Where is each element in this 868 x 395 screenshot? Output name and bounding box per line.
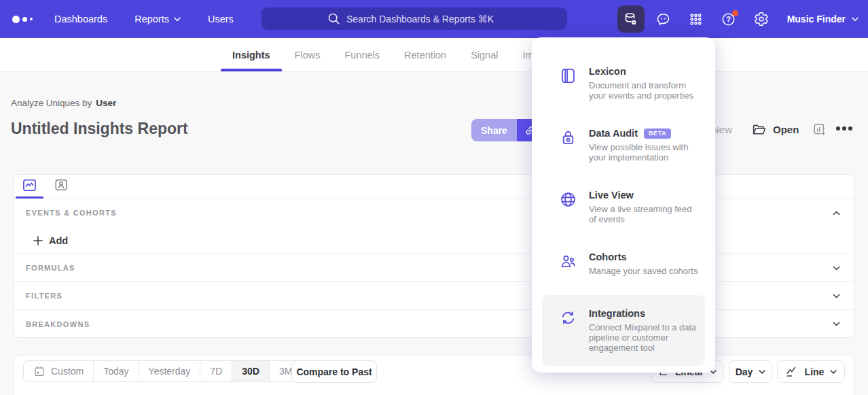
range-yesterday[interactable]: Yesterday xyxy=(139,361,200,381)
add-to-board-button[interactable] xyxy=(812,122,827,137)
chevron-up-icon[interactable] xyxy=(833,211,840,216)
section-breakdowns[interactable]: BREAKDOWNS xyxy=(14,309,854,338)
section-label: BREAKDOWNS xyxy=(26,320,90,328)
menu-item-integrations[interactable]: Integrations Connect Mixpanel to a data … xyxy=(542,295,705,366)
topbar-actions: ? Music Finder xyxy=(617,0,858,38)
help-button[interactable]: ? xyxy=(715,5,742,33)
tab-retention[interactable]: Retention xyxy=(393,38,458,71)
report-tabs: Insights Flows Funnels Retention Signal … xyxy=(221,38,547,71)
range-today[interactable]: Today xyxy=(93,361,138,381)
nav-users-label: Users xyxy=(208,14,234,24)
section-formulas[interactable]: FORMULAS xyxy=(14,254,854,281)
open-button[interactable]: Open xyxy=(751,122,799,137)
tab-flows[interactable]: Flows xyxy=(283,38,332,71)
range-label: Custom xyxy=(51,366,84,377)
add-label: Add xyxy=(49,235,68,246)
top-nav-bar: Dashboards Reports Users ? xyxy=(0,0,868,38)
range-custom[interactable]: Custom xyxy=(24,361,93,381)
compare-to-past-button[interactable]: Compare to Past xyxy=(291,360,377,383)
menu-item-lexicon[interactable]: Lexicon Document and transform your even… xyxy=(542,58,705,109)
section-label: EVENTS & COHORTS xyxy=(26,209,117,217)
chevron-down-icon xyxy=(759,370,765,374)
search-input[interactable] xyxy=(346,14,501,24)
menu-item-title: Cohorts xyxy=(589,252,698,262)
menu-item-cohorts[interactable]: Cohorts Manage your saved cohorts xyxy=(542,243,705,284)
report-tab-bar: Insights Flows Funnels Retention Signal … xyxy=(0,38,868,72)
breadcrumb: Analyze Uniques byUser xyxy=(11,98,116,108)
menu-item-title: Lexicon xyxy=(589,66,700,77)
calendar-icon xyxy=(33,365,46,377)
menu-item-live-view[interactable]: Live View View a live streaming feed of … xyxy=(542,182,705,233)
analyze-entity[interactable]: User xyxy=(96,98,116,108)
granularity-label: Day xyxy=(736,366,753,377)
menu-item-description: Document and transform your events and p… xyxy=(589,80,700,101)
chevron-down-icon[interactable] xyxy=(833,322,840,326)
chevron-down-icon[interactable] xyxy=(833,294,840,298)
nav-dashboards[interactable]: Dashboards xyxy=(54,14,107,24)
page-title[interactable]: Untitled Insights Report xyxy=(11,120,188,138)
apps-grid-icon xyxy=(688,12,704,27)
query-view-tabs xyxy=(14,175,854,199)
profiles-view-tab[interactable] xyxy=(54,177,69,192)
project-switcher[interactable]: Music Finder xyxy=(787,14,858,24)
globe-icon xyxy=(559,190,577,224)
granularity-select[interactable]: Day xyxy=(729,360,772,383)
section-label: FILTERS xyxy=(26,292,62,300)
nav-dashboards-label: Dashboards xyxy=(54,14,107,24)
menu-item-data-audit[interactable]: Data AuditBETA View possible issues with… xyxy=(542,120,705,171)
line-chart-icon xyxy=(785,365,799,379)
menu-item-description: View possible issues with your implement… xyxy=(589,142,700,162)
chart-toolbar-card: Custom Today Yesterday 7D 30D 3M 6M 12M … xyxy=(14,355,854,395)
notification-dot xyxy=(732,10,738,16)
section-events-cohorts[interactable]: EVENTS & COHORTS xyxy=(14,199,854,227)
tab-funnels[interactable]: Funnels xyxy=(333,38,391,71)
data-management-menu: Lexicon Document and transform your even… xyxy=(532,37,715,373)
search-icon xyxy=(327,12,340,25)
chevron-down-icon xyxy=(830,370,837,374)
ellipsis-icon xyxy=(836,126,840,131)
global-search[interactable] xyxy=(261,7,567,30)
nav-users[interactable]: Users xyxy=(208,14,234,24)
menu-item-description: View a live streaming feed of events xyxy=(589,204,700,224)
add-event-button[interactable]: Add xyxy=(14,227,854,254)
nav-reports[interactable]: Reports xyxy=(134,14,181,24)
data-audit-lock-icon xyxy=(559,128,577,162)
data-management-button[interactable] xyxy=(617,5,645,33)
apps-grid-button[interactable] xyxy=(683,5,710,33)
analyze-prefix: Analyze Uniques by xyxy=(11,98,92,108)
menu-item-title: Integrations xyxy=(589,308,700,319)
plus-icon xyxy=(33,236,43,245)
top-nav: Dashboards Reports Users xyxy=(54,14,234,24)
range-7d[interactable]: 7D xyxy=(200,361,232,381)
menu-item-title: Data AuditBETA xyxy=(589,128,700,139)
feedback-button[interactable] xyxy=(650,5,677,33)
chart-type-label: Line xyxy=(805,366,825,377)
tab-insights[interactable]: Insights xyxy=(221,38,282,71)
mixpanel-logo[interactable] xyxy=(12,16,42,23)
user-tab-icon xyxy=(54,177,69,192)
more-options-button[interactable] xyxy=(836,126,852,131)
beta-badge: BETA xyxy=(644,128,671,139)
menu-item-description: Connect Mixpanel to a data pipeline or c… xyxy=(589,322,700,353)
svg-text:?: ? xyxy=(726,15,731,23)
speech-bubble-icon xyxy=(655,12,671,27)
share-button[interactable]: Share xyxy=(471,119,517,141)
query-builder-card: EVENTS & COHORTS Add FORMULAS FILTERS BR… xyxy=(14,174,854,338)
section-label: FORMULAS xyxy=(26,264,75,272)
chart-type-select[interactable]: Line xyxy=(777,360,845,383)
folder-icon xyxy=(751,122,767,137)
tab-signal[interactable]: Signal xyxy=(459,38,509,71)
events-view-tab[interactable] xyxy=(22,177,37,193)
menu-item-description: Manage your saved cohorts xyxy=(589,266,698,276)
board-add-icon xyxy=(812,122,827,137)
settings-button[interactable] xyxy=(748,5,775,33)
database-gear-icon xyxy=(623,12,638,27)
chevron-down-icon xyxy=(852,17,858,22)
open-label: Open xyxy=(773,124,799,135)
range-30d[interactable]: 30D xyxy=(232,361,269,381)
gear-icon xyxy=(754,12,769,27)
section-filters[interactable]: FILTERS xyxy=(14,281,854,309)
active-tab-underline xyxy=(16,196,43,199)
chevron-down-icon xyxy=(174,17,181,22)
chevron-down-icon[interactable] xyxy=(833,266,840,271)
